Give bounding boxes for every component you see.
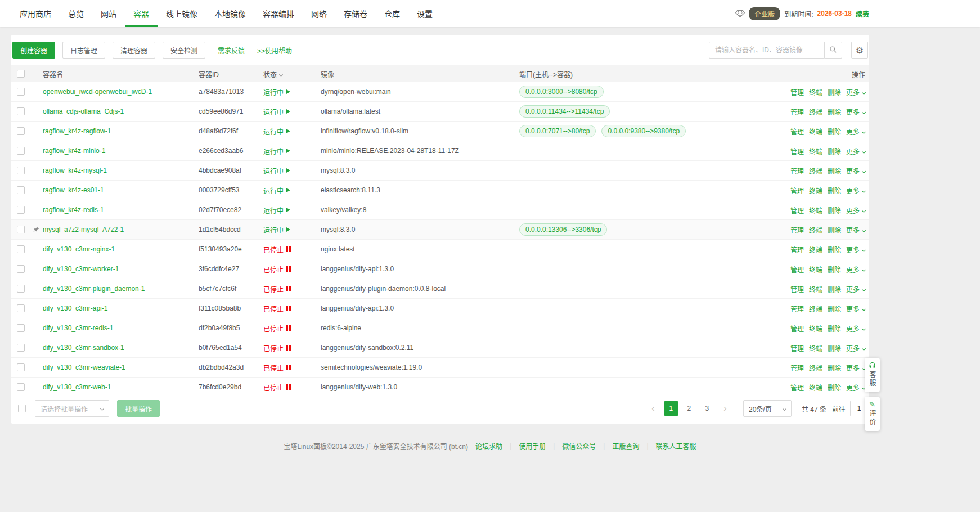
container-name-link[interactable]: ragflow_kr4z-es01-1 xyxy=(43,186,104,194)
nav-tab[interactable]: 总览 xyxy=(60,0,92,27)
manage-action-link[interactable]: 管理 xyxy=(790,286,804,294)
container-name-link[interactable]: ollama_cdjs-ollama_Cdjs-1 xyxy=(43,107,124,115)
status-badge[interactable]: 已停止 xyxy=(263,383,291,392)
status-badge[interactable]: 已停止 xyxy=(263,245,291,254)
container-name-link[interactable]: dify_v130_c3mr-worker-1 xyxy=(43,265,119,273)
nav-tab[interactable]: 存储卷 xyxy=(335,0,376,27)
nav-tab[interactable]: 容器编排 xyxy=(254,0,303,27)
more-action-link[interactable]: 更多 xyxy=(846,207,865,215)
nav-tab[interactable]: 网站 xyxy=(92,0,125,27)
footer-link[interactable]: 论坛求助 xyxy=(475,441,502,451)
status-badge[interactable]: 已停止 xyxy=(263,284,291,294)
renew-link[interactable]: 续费 xyxy=(856,9,869,19)
manage-action-link[interactable]: 管理 xyxy=(790,128,804,136)
batch-action-select[interactable]: 请选择批量操作 xyxy=(35,400,109,417)
manage-action-link[interactable]: 管理 xyxy=(790,246,804,254)
more-action-link[interactable]: 更多 xyxy=(846,286,865,294)
container-name-link[interactable]: dify_v130_c3mr-nginx-1 xyxy=(43,245,115,253)
terminal-action-link[interactable]: 终端 xyxy=(809,109,822,116)
more-action-link[interactable]: 更多 xyxy=(846,109,865,116)
delete-action-link[interactable]: 删除 xyxy=(828,325,841,333)
nav-tab[interactable]: 网络 xyxy=(303,0,335,27)
delete-action-link[interactable]: 删除 xyxy=(828,365,841,372)
status-badge[interactable]: 运行中 xyxy=(263,87,290,97)
create-container-button[interactable]: 创建容器 xyxy=(12,42,55,59)
terminal-action-link[interactable]: 终端 xyxy=(809,89,822,97)
feedback-link[interactable]: 需求反馈 xyxy=(218,46,245,55)
help-link[interactable]: >>使用帮助 xyxy=(257,46,292,55)
container-name-link[interactable]: openwebui_iwcd-openwebui_iwcD-1 xyxy=(43,88,152,96)
row-checkbox[interactable] xyxy=(17,324,25,332)
page-button[interactable]: 2 xyxy=(682,401,696,416)
row-checkbox[interactable] xyxy=(17,206,25,214)
security-check-button[interactable]: 安全检测 xyxy=(163,42,205,59)
manage-action-link[interactable]: 管理 xyxy=(790,306,804,313)
delete-action-link[interactable]: 删除 xyxy=(828,148,841,156)
nav-tab[interactable]: 线上镜像 xyxy=(158,0,206,27)
manage-action-link[interactable]: 管理 xyxy=(790,148,804,156)
more-action-link[interactable]: 更多 xyxy=(846,345,865,353)
delete-action-link[interactable]: 删除 xyxy=(828,384,841,392)
manage-action-link[interactable]: 管理 xyxy=(790,168,804,176)
log-manage-button[interactable]: 日志管理 xyxy=(62,42,105,59)
customer-service-button[interactable]: 客服 xyxy=(865,358,880,392)
manage-action-link[interactable]: 管理 xyxy=(790,187,804,195)
row-checkbox[interactable] xyxy=(17,226,25,233)
status-badge[interactable]: 运行中 xyxy=(263,186,290,195)
container-name-link[interactable]: dify_v130_c3mr-api-1 xyxy=(43,304,107,312)
delete-action-link[interactable]: 删除 xyxy=(828,227,841,235)
more-action-link[interactable]: 更多 xyxy=(846,227,865,235)
prev-page-button[interactable]: ‹ xyxy=(646,401,660,416)
more-action-link[interactable]: 更多 xyxy=(846,89,865,97)
terminal-action-link[interactable]: 终端 xyxy=(809,227,822,235)
more-action-link[interactable]: 更多 xyxy=(846,246,865,254)
page-button[interactable]: 1 xyxy=(664,401,678,416)
terminal-action-link[interactable]: 终端 xyxy=(809,266,822,274)
container-name-link[interactable]: dify_v130_c3mr-web-1 xyxy=(43,383,111,391)
terminal-action-link[interactable]: 终端 xyxy=(809,306,822,313)
footer-link[interactable]: 微信公众号 xyxy=(562,441,596,451)
delete-action-link[interactable]: 删除 xyxy=(828,345,841,353)
row-checkbox[interactable] xyxy=(17,285,25,293)
select-all-checkbox[interactable] xyxy=(17,70,25,78)
container-name-link[interactable]: dify_v130_c3mr-weaviate-1 xyxy=(43,363,125,371)
terminal-action-link[interactable]: 终端 xyxy=(809,246,822,254)
page-button[interactable]: 3 xyxy=(700,401,714,416)
footer-link[interactable]: 正版查询 xyxy=(612,441,639,451)
row-checkbox[interactable] xyxy=(17,383,25,391)
manage-action-link[interactable]: 管理 xyxy=(790,89,804,97)
terminal-action-link[interactable]: 终端 xyxy=(809,128,822,136)
manage-action-link[interactable]: 管理 xyxy=(790,365,804,372)
status-badge[interactable]: 运行中 xyxy=(263,127,290,136)
manage-action-link[interactable]: 管理 xyxy=(790,109,804,116)
row-checkbox[interactable] xyxy=(17,363,25,371)
status-badge[interactable]: 已停止 xyxy=(263,343,291,353)
footer-link[interactable]: 使用手册 xyxy=(519,441,546,451)
container-name-link[interactable]: mysql_a7z2-mysql_A7z2-1 xyxy=(43,226,124,233)
nav-tab[interactable]: 容器 xyxy=(125,0,158,27)
batch-action-button[interactable]: 批量操作 xyxy=(117,400,160,417)
row-checkbox[interactable] xyxy=(17,304,25,312)
manage-action-link[interactable]: 管理 xyxy=(790,325,804,333)
delete-action-link[interactable]: 删除 xyxy=(828,89,841,97)
delete-action-link[interactable]: 删除 xyxy=(828,128,841,136)
container-name-link[interactable]: dify_v130_c3mr-sandbox-1 xyxy=(43,344,124,352)
row-checkbox[interactable] xyxy=(17,265,25,273)
manage-action-link[interactable]: 管理 xyxy=(790,227,804,235)
terminal-action-link[interactable]: 终端 xyxy=(809,325,822,333)
column-header-status-filter[interactable]: 状态 xyxy=(263,69,321,79)
page-size-select[interactable]: 20条/页 xyxy=(743,400,792,417)
delete-action-link[interactable]: 删除 xyxy=(828,207,841,215)
row-checkbox[interactable] xyxy=(17,127,25,135)
more-action-link[interactable]: 更多 xyxy=(846,384,865,392)
terminal-action-link[interactable]: 终端 xyxy=(809,148,822,156)
more-action-link[interactable]: 更多 xyxy=(846,187,865,195)
delete-action-link[interactable]: 删除 xyxy=(828,266,841,274)
terminal-action-link[interactable]: 终端 xyxy=(809,384,822,392)
manage-action-link[interactable]: 管理 xyxy=(790,384,804,392)
row-checkbox[interactable] xyxy=(17,167,25,174)
more-action-link[interactable]: 更多 xyxy=(846,148,865,156)
terminal-action-link[interactable]: 终端 xyxy=(809,365,822,372)
table-settings-button[interactable]: ⚙ xyxy=(851,42,868,59)
more-action-link[interactable]: 更多 xyxy=(846,128,865,136)
